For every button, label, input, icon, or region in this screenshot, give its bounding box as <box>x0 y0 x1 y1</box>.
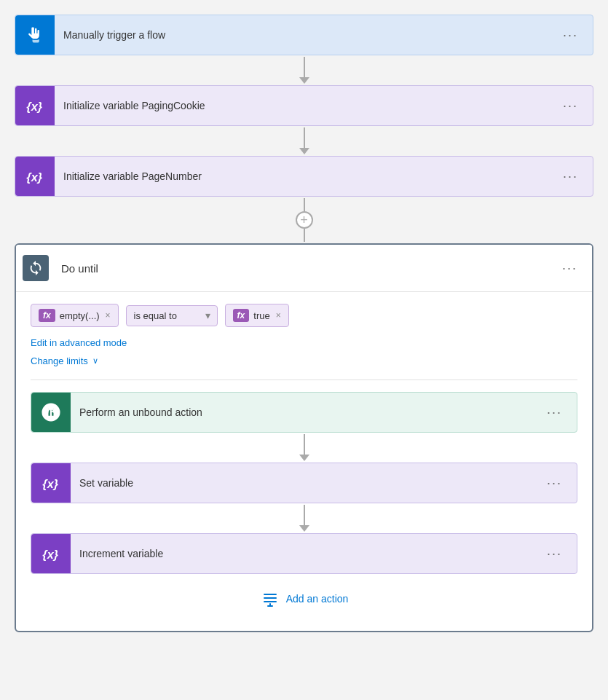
step-init-paging: {x} Initialize variable PagingCookie ··· <box>15 85 593 126</box>
set-variable-more-menu[interactable]: ··· <box>541 473 568 494</box>
step-set-variable: {x} Set variable ··· <box>31 463 577 503</box>
add-action-label: Add an action <box>286 593 349 605</box>
flow-canvas: Manually trigger a flow ··· {x} Initiali… <box>15 15 593 632</box>
set-variable-icon: {x} <box>31 463 71 503</box>
change-limits-button[interactable]: Change limits ∨ <box>31 355 577 366</box>
set-variable-label: Set variable <box>71 477 541 489</box>
arrow-line <box>304 505 305 525</box>
arrow-1 <box>299 57 309 84</box>
do-until-title: Do until <box>55 262 556 275</box>
fx-badge-right: fx <box>233 309 250 322</box>
increment-variable-icon: {x} <box>31 534 71 573</box>
add-action-button[interactable]: Add an action <box>260 581 349 616</box>
step-increment-variable: {x} Increment variable ··· <box>31 533 577 574</box>
svg-text:{x}: {x} <box>42 477 58 490</box>
action-icon <box>31 393 71 432</box>
init-pagenumber-label: Initialize variable PageNumber <box>55 170 557 182</box>
arrow-line <box>304 57 305 77</box>
arrow-head <box>299 148 309 154</box>
condition-right-value: true <box>253 310 269 321</box>
condition-left-value: empty(...) <box>60 310 100 321</box>
svg-text:{x}: {x} <box>26 100 42 113</box>
do-until-icon <box>23 255 49 281</box>
do-until-header: Do until ··· <box>16 245 592 292</box>
trigger-icon <box>15 15 55 55</box>
inner-arrow-1 <box>299 434 309 461</box>
divider-1 <box>31 380 577 380</box>
inner-arrow-2 <box>299 505 309 532</box>
svg-rect-6 <box>264 601 277 602</box>
perform-action-label: Perform an unbound action <box>71 406 541 418</box>
increment-variable-more-menu[interactable]: ··· <box>541 543 568 565</box>
variable-icon-2: {x} <box>15 157 55 196</box>
plus-line-bottom <box>304 229 305 242</box>
do-until-icon-wrapper <box>16 252 55 284</box>
condition-right-remove[interactable]: × <box>276 310 281 320</box>
condition-operator-wrapper[interactable]: is equal tois not equal tois greater tha… <box>126 305 218 326</box>
do-until-body: fx empty(...) × is equal tois not equal … <box>16 292 592 631</box>
svg-text:{x}: {x} <box>42 548 58 561</box>
svg-rect-9 <box>267 605 273 607</box>
plus-line-top <box>304 198 305 211</box>
init-pagenumber-more-menu[interactable]: ··· <box>557 166 584 187</box>
svg-text:{x}: {x} <box>26 170 42 184</box>
trigger-label: Manually trigger a flow <box>55 29 557 41</box>
condition-right-pill[interactable]: fx true × <box>225 304 289 327</box>
variable-icon-1: {x} <box>15 86 55 125</box>
arrow-head <box>299 525 309 532</box>
condition-left-remove[interactable]: × <box>106 310 111 320</box>
condition-left-pill[interactable]: fx empty(...) × <box>31 304 119 327</box>
do-until-inner-steps: Perform an unbound action ··· {x} <box>31 392 577 616</box>
fx-badge-left: fx <box>39 309 55 322</box>
plus-connector: + <box>296 198 313 242</box>
add-step-button[interactable]: + <box>296 211 313 229</box>
change-limits-label: Change limits <box>31 355 88 366</box>
svg-rect-7 <box>264 594 277 595</box>
arrow-head <box>299 77 309 84</box>
arrow-line <box>304 434 305 455</box>
increment-variable-label: Increment variable <box>71 548 541 559</box>
step-init-pagenumber: {x} Initialize variable PageNumber ··· <box>15 156 593 197</box>
perform-action-more-menu[interactable]: ··· <box>541 402 568 423</box>
condition-operator-select[interactable]: is equal tois not equal tois greater tha… <box>126 305 218 326</box>
arrow-head <box>299 455 309 461</box>
init-paging-more-menu[interactable]: ··· <box>557 95 584 117</box>
do-until-container: Do until ··· fx empty(...) × is equal to… <box>15 243 593 632</box>
init-paging-label: Initialize variable PagingCookie <box>55 100 557 111</box>
trigger-more-menu[interactable]: ··· <box>557 25 584 46</box>
edit-advanced-link[interactable]: Edit in advanced mode <box>31 337 577 348</box>
arrow-line <box>304 127 305 148</box>
condition-row: fx empty(...) × is equal tois not equal … <box>31 304 577 327</box>
add-action-icon <box>260 589 280 609</box>
chevron-down-icon: ∨ <box>92 356 98 366</box>
do-until-more-menu[interactable]: ··· <box>556 258 583 279</box>
step-perform-action: Perform an unbound action ··· <box>31 392 577 433</box>
arrow-2 <box>299 127 309 154</box>
step-trigger: Manually trigger a flow ··· <box>15 15 593 55</box>
svg-rect-5 <box>264 597 277 599</box>
